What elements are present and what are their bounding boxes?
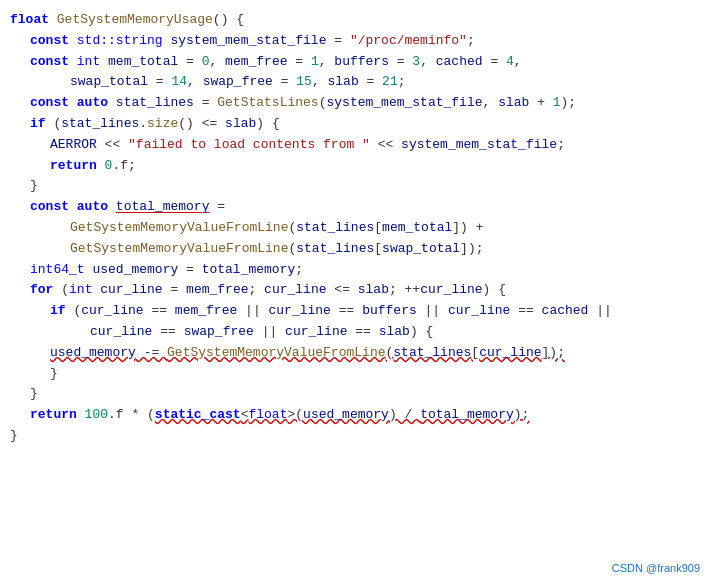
code-line-6: if (stat_lines.size() <= slab) { [10,114,698,135]
code-line-13: int64_t used_memory = total_memory; [10,260,698,281]
kw-const: const [30,31,77,52]
code-line-21: } [10,426,698,447]
code-container: float GetSystemMemoryUsage() { const std… [0,0,714,586]
code-line-2: const std::string system_mem_stat_file =… [10,31,698,52]
code-line-19: } [10,384,698,405]
code-line-9: } [10,176,698,197]
code-line-5: const auto stat_lines = GetStatsLines(sy… [10,93,698,114]
code-line-4: swap_total = 14, swap_free = 15, slab = … [10,72,698,93]
str-literal: "/proc/meminfo" [350,31,467,52]
paren: () { [213,10,244,31]
code-line-8: return 0.f; [10,156,698,177]
code-line-15: if (cur_line == mem_free || cur_line == … [10,301,698,322]
type-string: std::string [77,31,171,52]
code-line-3: const int mem_total = 0, mem_free = 1, b… [10,52,698,73]
code-line-16: cur_line == swap_free || cur_line == sla… [10,322,698,343]
var-total-memory: total_memory [116,197,210,218]
code-line-18: } [10,364,698,385]
code-line-12: GetSystemMemoryValueFromLine(stat_lines[… [10,239,698,260]
code-line-14: for (int cur_line = mem_free; cur_line <… [10,280,698,301]
var-statfile: system_mem_stat_file [170,31,326,52]
code-line-10: const auto total_memory = [10,197,698,218]
code-line-1: float GetSystemMemoryUsage() { [10,10,698,31]
code-line-7: AERROR << "failed to load contents from … [10,135,698,156]
code-line-20: return 100.f * (static_cast<float>(used_… [10,405,698,426]
code-line-11: GetSystemMemoryValueFromLine(stat_lines[… [10,218,698,239]
keyword-float: float [10,10,57,31]
watermark: CSDN @frank909 [612,560,700,578]
code-line-17: used_memory -= GetSystemMemoryValueFromL… [10,343,698,364]
var-used-memory-sub: used_memory [50,343,136,364]
func-name: GetSystemMemoryUsage [57,10,213,31]
